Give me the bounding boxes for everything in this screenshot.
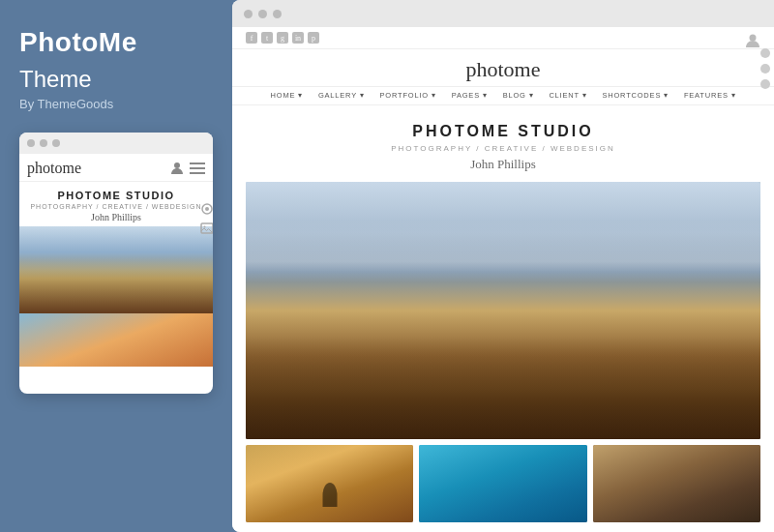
mobile-dot-2 (40, 139, 47, 147)
mobile-preview-card: photome PHOTOME STUDIO PHOTOGRAPHY / CRE… (19, 133, 213, 394)
mobile-account-icon (170, 162, 184, 175)
gallery-main-image (246, 182, 760, 439)
desktop-account-icon[interactable] (745, 33, 760, 52)
mobile-titlebar (19, 133, 213, 154)
mobile-side-icons (200, 202, 213, 235)
desktop-hero-title: PHOTOME STUDIO (232, 123, 774, 140)
mountain-bottom-gradient (246, 337, 760, 439)
svg-point-5 (205, 207, 209, 211)
pinterest-icon: p (308, 32, 319, 44)
desktop-logo: photome (232, 57, 774, 82)
svg-rect-3 (190, 172, 205, 174)
side-icon-3 (760, 79, 770, 89)
gallery-area (232, 182, 774, 532)
account-svg (745, 33, 760, 48)
desktop-side-icons (760, 48, 770, 89)
theme-label: Theme (19, 66, 213, 93)
desktop-hero-section: PHOTOME STUDIO PHOTOGRAPHY / CREATIVE / … (232, 105, 774, 182)
twitter-icon: t (261, 32, 273, 44)
mobile-hero-sub: PHOTOGRAPHY / CREATIVE / WEBDESIGN (23, 203, 209, 210)
mobile-nav: photome (19, 154, 213, 182)
chrome-dot-2 (258, 10, 267, 18)
mobile-hero-title: PHOTOME STUDIO (23, 190, 209, 201)
author-label: By ThemeGoods (19, 97, 213, 111)
desktop-hero-sig: John Phillips (232, 157, 774, 172)
nav-shortcodes[interactable]: SHORTCODES ▾ (602, 91, 668, 100)
nav-client[interactable]: CLIENT ▾ (549, 91, 586, 100)
svg-point-0 (174, 163, 180, 168)
svg-point-7 (204, 226, 206, 228)
sidebar: PhotoMe Theme By ThemeGoods photome (0, 0, 232, 532)
desktop-hero-sub: PHOTOGRAPHY / CREATIVE / WEBDESIGN (232, 144, 774, 153)
desktop-nav: HOME ▾ GALLERY ▾ PORTFOLIO ▾ PAGES ▾ BLO… (232, 87, 774, 105)
desktop-snow-overlay (246, 221, 760, 323)
side-icon-1 (760, 48, 770, 58)
mobile-logo: photome (27, 160, 81, 177)
mobile-settings-icon (200, 202, 213, 216)
mountain-snow-overlay (19, 240, 213, 275)
mountain-scene (19, 226, 213, 313)
svg-rect-2 (190, 167, 205, 169)
nav-pages[interactable]: PAGES ▾ (452, 91, 488, 100)
desktop-logo-bar: photome (232, 49, 774, 87)
mobile-image-icon (200, 222, 213, 235)
nav-features[interactable]: FEATURES ▾ (684, 91, 736, 100)
browser-chrome (232, 0, 774, 27)
facebook-icon: f (246, 32, 257, 44)
desktop-preview: f t g in p photome HOME ▾ GALLERY ▾ PORT… (232, 27, 774, 532)
brand-name: PhotoMe (19, 27, 213, 58)
mobile-hero-text: PHOTOME STUDIO PHOTOGRAPHY / CREATIVE / … (19, 182, 213, 226)
gallery-thumb-3 (593, 445, 760, 522)
gplus-icon: g (277, 32, 288, 44)
chrome-dot-1 (244, 10, 253, 18)
gallery-thumb-1 (246, 445, 413, 522)
gallery-thumbs (246, 445, 760, 522)
mobile-menu-icon (190, 162, 205, 175)
side-icon-2 (760, 64, 770, 74)
mobile-main-image (19, 226, 213, 313)
nav-blog[interactable]: BLOG ▾ (503, 91, 534, 100)
linkedin-icon: in (292, 32, 304, 44)
mobile-bottom-image (19, 313, 213, 367)
chrome-dot-3 (273, 10, 282, 18)
nav-home[interactable]: HOME ▾ (271, 91, 303, 100)
gallery-thumb-2 (419, 445, 586, 522)
mobile-nav-icons (170, 162, 205, 175)
svg-rect-1 (190, 163, 205, 164)
mobile-dot-3 (52, 139, 60, 147)
main-area: f t g in p photome HOME ▾ GALLERY ▾ PORT… (232, 0, 774, 532)
mobile-hero-sig: John Phillips (23, 212, 209, 222)
mobile-dot-1 (27, 139, 35, 147)
nav-gallery[interactable]: GALLERY ▾ (318, 91, 365, 100)
desktop-social-bar: f t g in p (232, 27, 774, 49)
person-silhouette (322, 483, 337, 507)
nav-portfolio[interactable]: PORTFOLIO ▾ (380, 91, 436, 100)
svg-point-8 (750, 35, 757, 42)
